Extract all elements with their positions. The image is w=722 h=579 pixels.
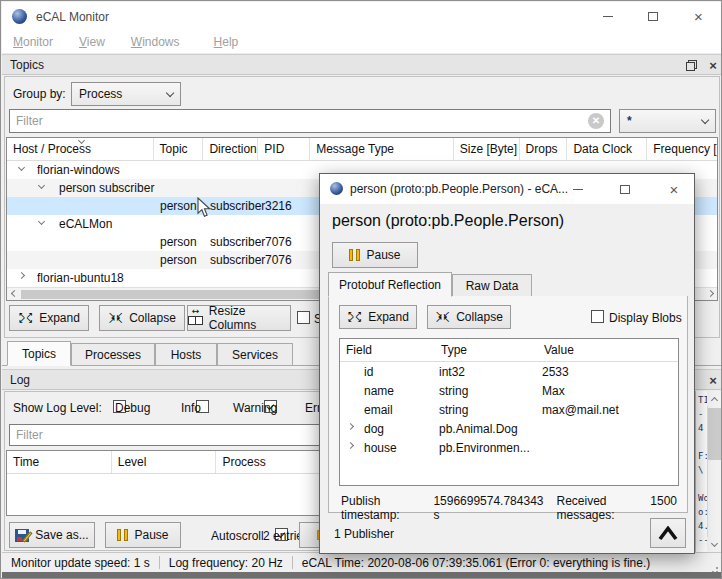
filter-clear-button[interactable]: ✕ <box>588 113 604 129</box>
display-blobs-label: Display Blobs <box>609 311 682 325</box>
save-icon <box>15 529 29 542</box>
status-log-frequency: Log frequency: 20 Hz <box>169 556 283 570</box>
scroll-up-icon[interactable] <box>707 391 722 406</box>
filter-type-value: * <box>627 114 632 128</box>
chevron-down-icon <box>701 116 710 125</box>
column-type[interactable]: Type <box>435 339 538 361</box>
column-drops[interactable]: Drops <box>520 138 568 160</box>
dialog-maximize-button[interactable] <box>605 174 645 204</box>
main-window: eCAL Monitor × Monitor View Windows Help… <box>0 0 722 579</box>
filter-type-combobox[interactable]: * <box>619 109 716 133</box>
expand-icon: ↖↗↙↘ <box>347 312 362 323</box>
group-by-combobox[interactable]: Process <box>71 82 181 106</box>
window-title: eCAL Monitor <box>36 10 109 24</box>
close-icon: × <box>709 374 717 387</box>
column-topic[interactable]: Topic <box>154 138 204 160</box>
dialog-tab-pane: ↖↗↙↘ Expand ↘↙↗↖ Collapse Display Blobs … <box>328 296 688 513</box>
dialog-app-icon <box>330 182 343 195</box>
dialog-close-button[interactable]: × <box>652 174 696 204</box>
close-button[interactable]: × <box>675 2 722 31</box>
vertical-scrollbar[interactable] <box>707 391 722 552</box>
column-pid[interactable]: PID <box>258 138 310 160</box>
column-time[interactable]: Time <box>7 451 112 473</box>
minimize-button[interactable] <box>585 2 630 31</box>
dialog-title: person (proto:pb.People.Person) - eCA... <box>350 182 568 196</box>
column-value[interactable]: Value <box>538 339 678 361</box>
publisher-count: 1 Publisher <box>334 527 394 541</box>
window-bottom-edge <box>2 572 722 579</box>
menu-help[interactable]: Help <box>205 32 248 52</box>
scroll-right-icon[interactable] <box>703 288 717 300</box>
display-blobs-checkbox[interactable] <box>591 310 604 323</box>
topics-filter-input[interactable] <box>9 109 611 133</box>
float-icon <box>686 60 697 71</box>
chevron-up-icon <box>657 526 679 541</box>
scroll-left-icon[interactable] <box>7 288 21 300</box>
reflection-dialog: person (proto:pb.People.Person) - eCA...… <box>319 173 695 554</box>
log-pause-button[interactable]: Pause <box>105 522 181 548</box>
text-fragment: 4 <box>698 423 703 433</box>
autoscroll-label: Autoscroll <box>211 529 264 543</box>
tab-services[interactable]: Services <box>217 343 293 366</box>
status-separator <box>292 556 293 569</box>
dialog-pause-button[interactable]: Pause <box>332 242 418 268</box>
column-message-type[interactable]: Message Type <box>310 138 454 160</box>
maximize-button[interactable] <box>630 2 675 31</box>
dialog-collapse-button[interactable]: ↘↙↗↖ Collapse <box>427 305 511 329</box>
tab-raw-data[interactable]: Raw Data <box>452 274 532 297</box>
tab-processes[interactable]: Processes <box>71 343 155 366</box>
status-bar: Monitor update speed: 1 s Log frequency:… <box>2 552 722 572</box>
expand-button[interactable]: ↖↗↙↘ Expand <box>9 305 89 331</box>
topics-close-button[interactable]: × <box>704 55 722 76</box>
menu-monitor[interactable]: Monitor <box>4 32 62 52</box>
column-direction[interactable]: Direction <box>203 138 258 160</box>
scroll-to-top-button[interactable] <box>650 518 686 548</box>
scroll-down-icon[interactable] <box>707 537 722 552</box>
publish-info-row: Publish timestamp: 1596699574.784343 s R… <box>341 494 681 522</box>
topics-panel-header: Topics × <box>2 54 722 75</box>
menu-view[interactable]: View <box>70 32 114 52</box>
scroll-thumb[interactable] <box>708 408 721 460</box>
collapse-button[interactable]: ↘↙↗↖ Collapse <box>99 305 185 331</box>
field-row-id[interactable]: idint322533 <box>340 363 678 382</box>
status-ecal-time: eCAL Time: 2020-08-06 07:39:35.061 (Erro… <box>302 556 650 570</box>
expander-open-icon[interactable] <box>38 218 45 225</box>
field-row-name[interactable]: namestringMax <box>340 382 678 401</box>
expander-open-icon[interactable] <box>38 182 45 189</box>
column-level[interactable]: Level <box>112 451 217 473</box>
column-host-process[interactable]: Host / Process <box>7 138 154 160</box>
collapse-icon: ↘↙↗↖ <box>435 312 450 323</box>
warning-label: Warning <box>233 401 277 415</box>
column-field[interactable]: Field <box>340 339 435 361</box>
field-row-dog[interactable]: dogpb.Animal.Dog <box>340 420 678 439</box>
resize-grip[interactable] <box>716 567 718 569</box>
clear-x-icon: ✕ <box>592 116 600 126</box>
dialog-expand-button[interactable]: ↖↗↙↘ Expand <box>339 305 417 329</box>
expander-closed-icon[interactable] <box>347 442 354 449</box>
save-as-button[interactable]: Save as... <box>9 522 95 548</box>
expander-open-icon[interactable] <box>18 164 25 171</box>
collapse-icon: ↘↙↗↖ <box>108 313 123 324</box>
column-data-clock[interactable]: Data Clock <box>567 138 647 160</box>
show-checkbox[interactable] <box>297 311 310 324</box>
maximize-icon <box>620 185 630 194</box>
field-row-house[interactable]: housepb.Environmen... <box>340 439 678 458</box>
dialog-minimize-button[interactable] <box>558 174 598 204</box>
app-icon <box>12 9 27 24</box>
menu-windows[interactable]: Windows <box>122 32 189 52</box>
log-close-button[interactable]: × <box>704 370 722 391</box>
expander-closed-icon[interactable] <box>347 423 354 430</box>
close-icon: × <box>709 59 717 72</box>
expander-closed-icon[interactable] <box>18 272 25 279</box>
tab-protobuf-reflection[interactable]: Protobuf Reflection <box>328 272 452 297</box>
resize-columns-button[interactable]: ↔ Resize Columns <box>187 305 291 331</box>
column-size[interactable]: Size [Byte] <box>454 138 520 160</box>
column-frequency[interactable]: Frequency [ <box>647 138 717 160</box>
tab-hosts[interactable]: Hosts <box>155 343 217 366</box>
topics-float-button[interactable] <box>682 55 700 76</box>
received-messages-label: Received messages: <box>557 494 651 522</box>
tab-topics[interactable]: Topics <box>7 341 71 366</box>
chevron-down-icon <box>166 89 175 98</box>
field-row-email[interactable]: emailstringmax@mail.net <box>340 401 678 420</box>
minimize-icon <box>603 16 613 17</box>
